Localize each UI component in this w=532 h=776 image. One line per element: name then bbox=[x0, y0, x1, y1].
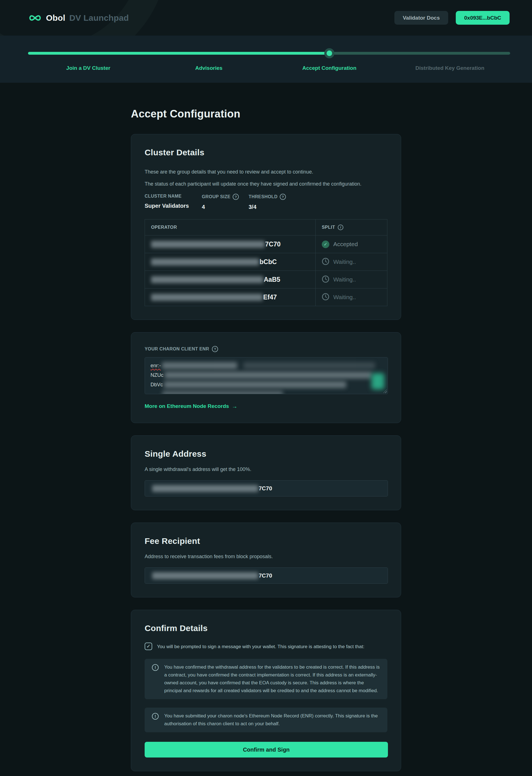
threshold-value: 3/4 bbox=[249, 204, 387, 210]
operator-header-cell: OPERATOR bbox=[145, 219, 316, 235]
notice-text: You have confirmed the withdrawal addres… bbox=[164, 663, 380, 695]
withdrawal-address-input[interactable]: 7C70 bbox=[145, 480, 388, 497]
split-header-cell: SPLIT bbox=[322, 225, 335, 230]
notice-box: ! You have submitted your charon node's … bbox=[145, 708, 387, 732]
confirm-details-title: Confirm Details bbox=[145, 623, 387, 633]
enr-line: enr:- bbox=[151, 361, 382, 370]
enr-textarea[interactable]: enr:- NZUc DbVc bbox=[145, 357, 388, 394]
group-size-value: 4 bbox=[202, 204, 249, 210]
enr-redacted-segment bbox=[165, 372, 372, 378]
enr-redacted-segment bbox=[164, 381, 346, 388]
operator-address-redacted bbox=[151, 294, 263, 301]
group-size-label: GROUP SIZE bbox=[202, 194, 230, 199]
fee-recipient-description: Address to receive transaction fees from… bbox=[145, 553, 387, 560]
threshold-column: THRESHOLD ? 3/4 bbox=[249, 194, 387, 210]
operator-address-redacted bbox=[151, 276, 263, 283]
group-size-column: GROUP SIZE ? 4 bbox=[202, 194, 249, 210]
validator-docs-button[interactable]: Validator Docs bbox=[394, 11, 448, 25]
operator-cell: Ef47 bbox=[145, 288, 316, 306]
table-row: 7C70 ✓ Accepted bbox=[145, 235, 387, 253]
progress-fill bbox=[28, 52, 329, 55]
operator-cell: 7C70 bbox=[145, 235, 316, 253]
textarea-resize-handle-icon[interactable] bbox=[383, 389, 387, 393]
enr-redacted-segment bbox=[162, 362, 237, 369]
operator-cell: AaB5 bbox=[145, 271, 316, 288]
enr-line: DbVc bbox=[151, 380, 382, 389]
page-title: Accept Configuration bbox=[131, 108, 401, 120]
checkbox-check-icon: ✓ bbox=[146, 643, 150, 649]
charon-enr-card: YOUR CHARON CLIENT ENR ? enr:- NZUc DbVc bbox=[131, 332, 401, 423]
progress-bar bbox=[28, 48, 510, 58]
operator-address-suffix: AaB5 bbox=[264, 276, 280, 283]
threshold-label: THRESHOLD bbox=[249, 194, 277, 199]
cluster-details-title: Cluster Details bbox=[145, 148, 387, 157]
confirm-and-sign-button[interactable]: Confirm and Sign bbox=[145, 742, 388, 758]
exclamation-icon: ! bbox=[152, 713, 159, 720]
enr-line: NZUc bbox=[151, 371, 382, 379]
cluster-summary: CLUSTER NAME Super Validators GROUP SIZE… bbox=[145, 194, 387, 210]
split-info-icon[interactable]: i bbox=[338, 225, 343, 230]
enr-selection-highlight bbox=[371, 373, 384, 389]
split-cell: Waiting.. bbox=[316, 271, 387, 288]
split-cell: Waiting.. bbox=[316, 253, 387, 270]
enr-line bbox=[151, 390, 382, 394]
status-text: Accepted bbox=[333, 241, 358, 247]
operator-address-suffix: Ef47 bbox=[263, 294, 277, 301]
cluster-details-card: Cluster Details These are the group deta… bbox=[131, 134, 401, 320]
cluster-description-2: The status of each participant will upda… bbox=[145, 181, 387, 188]
operators-table-header: OPERATOR SPLIT i bbox=[145, 219, 387, 235]
notice-box: ! You have confirmed the withdrawal addr… bbox=[145, 659, 387, 699]
fee-recipient-address-input[interactable]: 7C70 bbox=[145, 567, 388, 584]
signature-checkbox-label: You will be prompted to sign a message w… bbox=[157, 642, 364, 650]
fee-recipient-card: Fee Recipient Address to receive transac… bbox=[131, 523, 401, 597]
signature-checkbox-row: ✓ You will be prompted to sign a message… bbox=[145, 642, 387, 650]
table-row: Ef47 Waiting.. bbox=[145, 288, 387, 306]
arrow-right-icon: → bbox=[232, 403, 237, 409]
operator-address-redacted bbox=[151, 258, 259, 265]
enr-docs-link[interactable]: More on Ethereum Node Records → bbox=[145, 403, 237, 409]
confirm-details-card: Confirm Details ✓ You will be prompted t… bbox=[131, 610, 401, 771]
step-accept-configuration[interactable]: Accept Configuration bbox=[269, 65, 389, 71]
address-redacted bbox=[152, 572, 258, 579]
status-badge: ✓ Accepted bbox=[322, 240, 358, 248]
enr-redacted-segment bbox=[243, 362, 375, 369]
step-distributed-key-generation[interactable]: Distributed Key Generation bbox=[389, 65, 510, 71]
enr-help-icon[interactable]: ? bbox=[212, 346, 218, 352]
cluster-name-column: CLUSTER NAME Super Validators bbox=[145, 194, 202, 210]
status-waiting-icon bbox=[322, 275, 329, 284]
threshold-help-icon[interactable]: ? bbox=[280, 194, 286, 200]
split-cell: Waiting.. bbox=[316, 288, 387, 306]
status-badge: Waiting.. bbox=[322, 275, 356, 284]
enr-docs-link-label: More on Ethereum Node Records bbox=[145, 403, 229, 409]
dv-launchpad-page: Obol DV Launchpad Validator Docs 0x093E.… bbox=[0, 0, 532, 776]
operator-address-suffix: bCbC bbox=[260, 258, 277, 266]
enr-line3-prefix: DbVc bbox=[151, 382, 163, 388]
group-size-help-icon[interactable]: ? bbox=[233, 194, 239, 200]
address-redacted bbox=[152, 485, 258, 492]
cluster-description-1: These are the group details that you nee… bbox=[145, 169, 387, 176]
enr-line1-prefix: enr:- bbox=[151, 363, 161, 369]
wallet-address-button[interactable]: 0x093E...bCbC bbox=[456, 11, 510, 25]
status-text: Waiting.. bbox=[333, 258, 356, 265]
signature-checkbox[interactable]: ✓ bbox=[145, 642, 152, 650]
enr-redacted-segment bbox=[162, 391, 283, 394]
operator-address-redacted bbox=[151, 241, 265, 248]
address-suffix: 7C70 bbox=[259, 572, 272, 579]
app-header: Obol DV Launchpad Validator Docs 0x093E.… bbox=[0, 0, 532, 36]
progress-dot-core bbox=[326, 50, 332, 56]
header-actions: Validator Docs 0x093E...bCbC bbox=[394, 11, 510, 25]
status-waiting-icon bbox=[322, 258, 329, 266]
cluster-name-value: Super Validators bbox=[145, 203, 202, 209]
main-content: Accept Configuration Cluster Details The… bbox=[131, 83, 401, 771]
fee-recipient-title: Fee Recipient bbox=[145, 536, 387, 546]
obol-infinity-logo-icon bbox=[28, 13, 42, 22]
step-labels: Join a DV Cluster Advisories Accept Conf… bbox=[28, 65, 510, 71]
table-row: AaB5 Waiting.. bbox=[145, 270, 387, 288]
operator-address-suffix: 7C70 bbox=[265, 240, 281, 248]
status-accepted-icon: ✓ bbox=[322, 240, 329, 248]
step-advisories[interactable]: Advisories bbox=[149, 65, 269, 71]
step-join-a-dv-cluster[interactable]: Join a DV Cluster bbox=[28, 65, 149, 71]
status-text: Waiting.. bbox=[333, 294, 356, 301]
enr-line2-prefix: NZUc bbox=[151, 372, 164, 378]
status-badge: Waiting.. bbox=[322, 258, 356, 266]
